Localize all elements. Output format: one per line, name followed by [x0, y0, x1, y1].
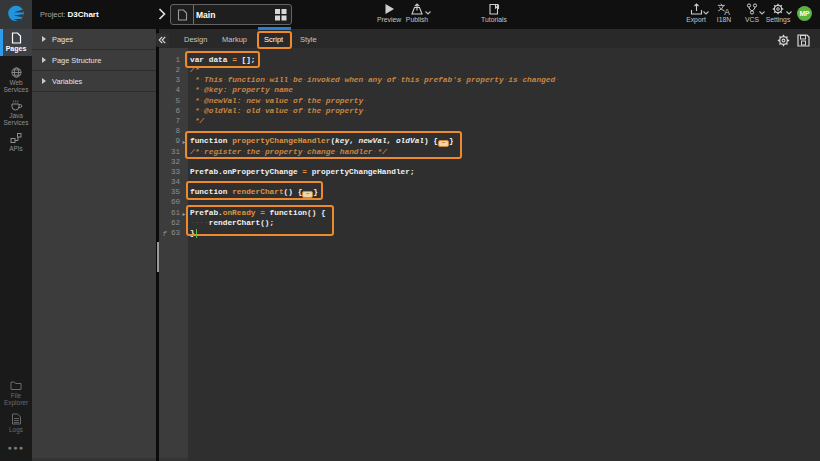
svg-text:A: A	[724, 7, 730, 16]
